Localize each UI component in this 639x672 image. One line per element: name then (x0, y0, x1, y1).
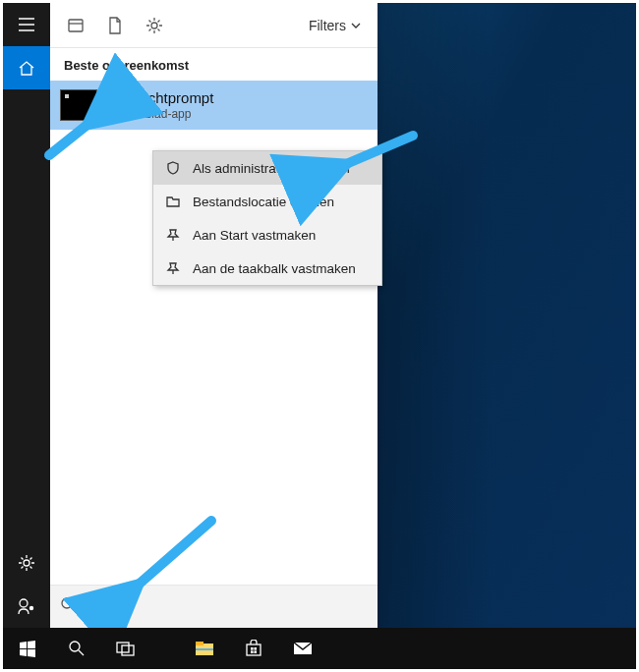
search-input[interactable] (89, 598, 368, 616)
filters-dropdown[interactable]: Filters (299, 6, 372, 45)
cortana-left-rail (3, 3, 50, 628)
shield-icon (165, 161, 181, 175)
chevron-down-icon (350, 20, 362, 31)
taskbar-file-explorer[interactable] (180, 628, 229, 669)
panel-top-toolbar: Filters (50, 3, 378, 48)
context-menu: Als administrator uitvoeren Bestandsloca… (152, 150, 382, 286)
svg-point-4 (151, 23, 157, 28)
svg-rect-3 (69, 20, 83, 31)
feedback-button[interactable] (3, 585, 50, 628)
home-button[interactable] (3, 46, 50, 89)
taskbar-mail[interactable] (278, 628, 327, 669)
text-caret (125, 596, 126, 616)
ctx-open-file-location[interactable]: Bestandslocatie openen (153, 185, 381, 218)
taskbar (3, 628, 636, 669)
apps-scope-button[interactable] (56, 6, 95, 45)
search-icon (68, 640, 86, 657)
ctx-pin-start[interactable]: Aan Start vastmaken (153, 218, 381, 252)
menu-button[interactable] (3, 3, 50, 46)
mail-icon (293, 641, 313, 656)
svg-rect-14 (254, 647, 257, 650)
svg-rect-12 (247, 644, 261, 655)
pin-icon (165, 261, 181, 275)
store-icon (245, 640, 262, 657)
search-box-area[interactable] (50, 585, 378, 628)
svg-rect-7 (117, 643, 129, 652)
svg-rect-8 (122, 645, 134, 655)
settings-scope-button[interactable] (135, 6, 174, 45)
ctx-pin-taskbar[interactable]: Aan de taakbalk vastmaken (153, 252, 381, 285)
best-match-result[interactable]: Opdrachtprompt Bureaublad-app (50, 81, 378, 130)
svg-rect-15 (251, 650, 254, 653)
ctx-item-label: Als administrator uitvoeren (193, 161, 350, 176)
taskbar-store[interactable] (229, 628, 278, 669)
task-view-icon (116, 641, 136, 656)
gear-icon (18, 554, 35, 572)
pin-icon (165, 228, 181, 242)
best-match-title: Opdrachtprompt (107, 89, 213, 107)
taskbar-search-button[interactable] (52, 628, 101, 669)
cmd-app-icon (60, 89, 97, 121)
svg-rect-10 (196, 642, 203, 645)
ctx-item-label: Bestandslocatie openen (193, 195, 334, 209)
filters-label: Filters (309, 18, 346, 33)
document-icon (107, 17, 123, 34)
svg-rect-16 (254, 650, 257, 653)
ctx-item-label: Aan de taakbalk vastmaken (193, 261, 356, 276)
folder-icon (165, 195, 181, 208)
search-icon (60, 596, 78, 618)
svg-point-2 (29, 606, 33, 610)
file-explorer-icon (195, 641, 214, 656)
section-best-match-label: Beste overeenkomst (50, 48, 378, 81)
svg-point-6 (70, 642, 80, 651)
settings-button[interactable] (3, 541, 50, 585)
best-match-text: Opdrachtprompt Bureaublad-app (107, 89, 213, 121)
svg-point-1 (20, 599, 28, 607)
gear-icon (145, 17, 163, 34)
svg-rect-11 (196, 648, 213, 650)
svg-point-5 (62, 598, 72, 608)
task-view-button[interactable] (101, 628, 150, 669)
windows-icon (19, 640, 36, 657)
best-match-subtitle: Bureaublad-app (107, 107, 213, 121)
ctx-item-label: Aan Start vastmaken (193, 228, 316, 243)
svg-rect-13 (251, 647, 254, 650)
home-icon (18, 59, 35, 77)
svg-point-0 (24, 560, 29, 566)
search-results-panel: Filters Beste overeenkomst Opdrachtpromp… (50, 3, 378, 628)
documents-scope-button[interactable] (95, 6, 135, 45)
start-button[interactable] (3, 628, 52, 669)
feedback-icon (18, 597, 35, 615)
hamburger-icon (18, 16, 35, 33)
ctx-run-as-admin[interactable]: Als administrator uitvoeren (153, 151, 381, 185)
apps-icon (67, 17, 85, 34)
